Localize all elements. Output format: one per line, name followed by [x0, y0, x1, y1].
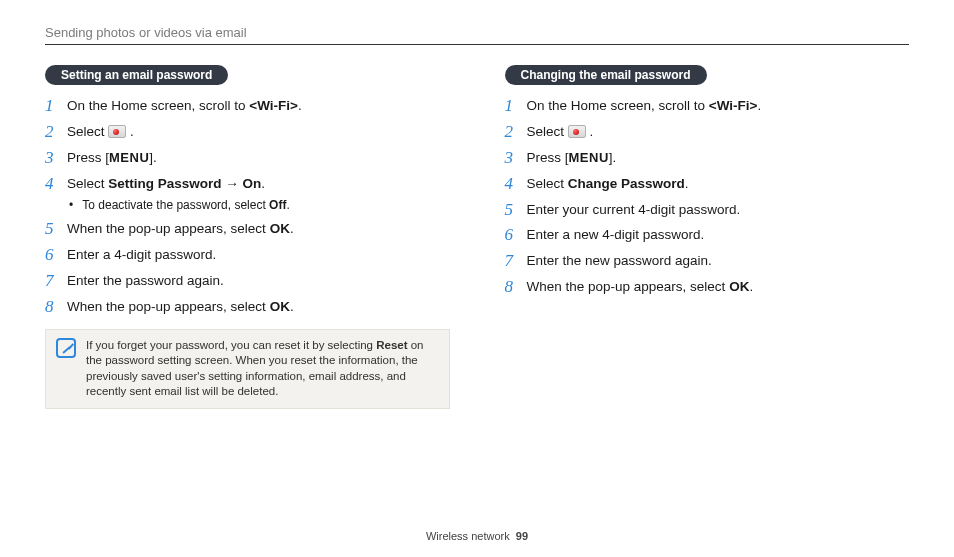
page-footer: Wireless network 99	[0, 530, 954, 542]
step-text: .	[685, 176, 689, 191]
off-label: Off	[269, 198, 286, 212]
setting-password-label: Setting Password → On	[108, 176, 261, 191]
step-text: .	[757, 98, 761, 113]
step-text: When the pop-up appears, select	[67, 221, 270, 236]
email-app-icon	[108, 125, 126, 138]
step-item: Select .	[45, 123, 450, 142]
wifi-label: <Wi-Fi>	[709, 98, 758, 113]
step-text: .	[290, 299, 294, 314]
step-item: Press [MENU].	[45, 149, 450, 168]
step-text: .	[298, 98, 302, 113]
step-text: ].	[149, 150, 157, 165]
step-item: Enter a new 4-digit password.	[505, 226, 910, 245]
footer-section: Wireless network	[426, 530, 510, 542]
note-box: If you forget your password, you can res…	[45, 329, 450, 409]
ok-label: OK	[270, 299, 290, 314]
steps-list-right: On the Home screen, scroll to <Wi-Fi>. S…	[505, 97, 910, 297]
change-password-label: Change Password	[568, 176, 685, 191]
step-text: When the pop-up appears, select	[67, 299, 270, 314]
note-text: If you forget your password, you can res…	[86, 338, 439, 400]
page-header: Sending photos or videos via email	[45, 25, 909, 45]
section-pill-changing: Changing the email password	[505, 65, 707, 85]
ok-label: OK	[729, 279, 749, 294]
email-app-icon	[568, 125, 586, 138]
step-item: Press [MENU].	[505, 149, 910, 168]
step-text: .	[261, 176, 265, 191]
right-column: Changing the email password On the Home …	[505, 65, 910, 409]
left-column: Setting an email password On the Home sc…	[45, 65, 450, 409]
step-item: Enter your current 4-digit password.	[505, 201, 910, 220]
sub-text: .	[286, 198, 289, 212]
step-item: Select Setting Password → On. To deactiv…	[45, 175, 450, 214]
step-text: ].	[609, 150, 617, 165]
menu-icon: MENU	[569, 150, 609, 165]
step-text: Select	[67, 176, 108, 191]
step-item: When the pop-up appears, select OK.	[505, 278, 910, 297]
step-text: Press [	[527, 150, 569, 165]
sub-text: To deactivate the password, select	[82, 198, 269, 212]
ok-label: OK	[270, 221, 290, 236]
step-item: Select Change Password.	[505, 175, 910, 194]
step-text: Select	[527, 176, 568, 191]
section-pill-setting: Setting an email password	[45, 65, 228, 85]
step-item: Enter the password again.	[45, 272, 450, 291]
steps-list-left: On the Home screen, scroll to <Wi-Fi>. S…	[45, 97, 450, 317]
footer-page-number: 99	[516, 530, 528, 542]
step-text: On the Home screen, scroll to	[527, 98, 709, 113]
step-item: On the Home screen, scroll to <Wi-Fi>.	[45, 97, 450, 116]
step-text: On the Home screen, scroll to	[67, 98, 249, 113]
wifi-label: <Wi-Fi>	[249, 98, 298, 113]
content-columns: Setting an email password On the Home sc…	[45, 65, 909, 409]
step-item: When the pop-up appears, select OK.	[45, 220, 450, 239]
step-item: Select .	[505, 123, 910, 142]
step-text: Press [	[67, 150, 109, 165]
note-part: If you forget your password, you can res…	[86, 339, 376, 351]
step-item: Enter a 4-digit password.	[45, 246, 450, 265]
step-text: Select	[527, 124, 565, 139]
step-item: Enter the new password again.	[505, 252, 910, 271]
note-icon	[56, 338, 76, 358]
step-text: .	[749, 279, 753, 294]
sub-bullet: To deactivate the password, select Off.	[67, 197, 450, 214]
step-item: When the pop-up appears, select OK.	[45, 298, 450, 317]
reset-label: Reset	[376, 339, 407, 351]
step-item: On the Home screen, scroll to <Wi-Fi>.	[505, 97, 910, 116]
step-text: .	[290, 221, 294, 236]
step-text: When the pop-up appears, select	[527, 279, 730, 294]
menu-icon: MENU	[109, 150, 149, 165]
step-text: Select	[67, 124, 105, 139]
step-text: .	[586, 124, 594, 139]
step-text: .	[126, 124, 134, 139]
